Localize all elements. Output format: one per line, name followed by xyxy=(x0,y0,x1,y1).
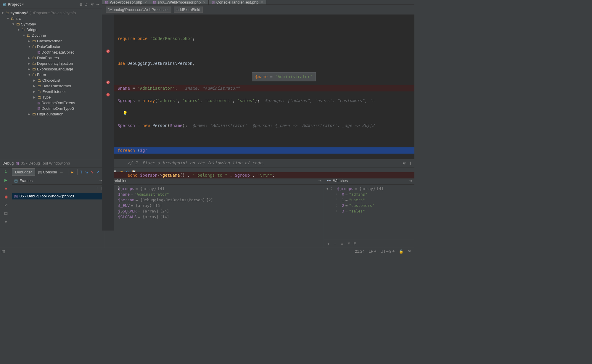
breakpoint-icon[interactable]: ✓ xyxy=(106,49,110,53)
gear-icon[interactable]: ✲ xyxy=(91,2,94,7)
tree-item[interactable]: ▧DoctrineDataCollec xyxy=(0,49,102,55)
close-icon[interactable]: × xyxy=(145,0,147,4)
step-over-icon[interactable]: ⤵ xyxy=(79,169,84,175)
tree-item[interactable]: ▶🗀DataFixtures xyxy=(0,55,102,61)
close-icon[interactable]: × xyxy=(203,0,205,4)
tree-item[interactable]: ▼🗀Bridge xyxy=(0,27,102,33)
down-icon[interactable]: ▼ xyxy=(347,241,351,247)
chevron-right-icon[interactable]: ▶ xyxy=(28,67,32,71)
inline-value-tooltip: $name = "Administrator" xyxy=(252,72,316,81)
tree-item[interactable]: ▶🗀ExpressionLanguage xyxy=(0,66,102,72)
breakpoint-icon[interactable]: ✓ xyxy=(106,80,110,84)
show-exec-point-icon[interactable]: ▸| xyxy=(70,169,75,175)
mute-bp-icon[interactable]: ⊘ xyxy=(3,202,9,208)
folder-icon: 🗀 xyxy=(32,44,36,49)
chevron-down-icon[interactable]: ▼ xyxy=(22,34,27,37)
tab-label: WebProcessor.php xyxy=(110,0,142,4)
collapse-icon[interactable]: ⇵ xyxy=(85,2,88,7)
tree-item[interactable]: ▧DoctrineOrmExtens xyxy=(0,100,102,106)
code-content[interactable]: require_once 'Code/Person.php'; use Debu… xyxy=(114,15,414,231)
line-ending[interactable]: LF ÷ xyxy=(369,249,376,254)
folder-icon: 🗀 xyxy=(37,95,41,99)
chevron-right-icon[interactable]: ▶ xyxy=(28,39,32,43)
chevron-down-icon[interactable]: ▼ xyxy=(1,11,5,15)
add-watch-icon[interactable]: ＋ xyxy=(326,241,330,247)
lock-icon[interactable]: 🔒 xyxy=(399,249,403,254)
close-icon[interactable]: × xyxy=(261,0,263,4)
chevron-down-icon[interactable]: ▼ xyxy=(17,28,21,31)
folder-icon: 🗀 xyxy=(32,56,36,60)
tree-item[interactable]: ▼🗀DataCollector xyxy=(0,44,102,49)
folder-icon: 🗀 xyxy=(32,73,36,77)
project-tree[interactable]: ▼ 🗀 symfony2 (~/PhpstormProjects/symfo ▼… xyxy=(0,9,102,159)
chevron-right-icon[interactable]: ▶ xyxy=(33,84,37,88)
editor-tab[interactable]: ▧ConsoleHandlerTest.php× xyxy=(209,0,266,4)
tab-label: ConsoleHandlerTest.php xyxy=(216,0,258,4)
chevron-down-icon[interactable]: ▼ xyxy=(28,45,32,48)
tree-item[interactable]: ▶🗀HttpFoundation xyxy=(0,111,102,117)
tree-item[interactable]: ▶🗀EventListener xyxy=(0,89,102,94)
copy-icon[interactable]: ⎘ xyxy=(354,241,356,247)
tree-item[interactable]: ▶🗀DataTransformer xyxy=(0,83,102,89)
php-file-icon: ▧ xyxy=(212,0,215,4)
step-out-icon[interactable]: ↗ xyxy=(95,169,101,175)
chevron-down-icon[interactable]: ▼ xyxy=(12,22,16,26)
console-tab[interactable]: ▤Console→ xyxy=(35,169,66,175)
tree-item[interactable]: ▶🗀CacheWarmer xyxy=(0,38,102,44)
force-step-into-icon[interactable]: ↘ xyxy=(89,169,95,175)
layout-icon[interactable]: ▤ xyxy=(3,210,9,216)
tree-item-label: src xyxy=(16,16,21,21)
chevron-down-icon[interactable]: ▾ xyxy=(22,2,24,7)
tree-item-label: Type xyxy=(42,95,51,99)
tree-item[interactable]: ▼🗀src xyxy=(0,16,102,21)
php-file-icon: ▧ xyxy=(37,50,40,54)
breadcrumb-namespace[interactable]: \Monolog\Processor\WebProcessor xyxy=(106,7,171,13)
chevron-right-icon[interactable]: ▶ xyxy=(28,56,32,59)
code-editor[interactable]: ✓ ✓ ✓ require_once 'Code/Person.php'; us… xyxy=(102,15,414,231)
chevron-right-icon[interactable]: ▶ xyxy=(28,112,32,116)
tree-item-label: EventListener xyxy=(42,89,66,94)
stack-frame[interactable]: ▧ 05 - Debug Tool Window.php:23 xyxy=(12,193,105,199)
encoding[interactable]: UTF-8 ÷ xyxy=(380,249,395,254)
breadcrumb-method[interactable]: addExtraField xyxy=(174,7,203,13)
tree-item[interactable]: ▼🗀Form xyxy=(0,72,102,78)
rerun-icon[interactable]: ↻ xyxy=(3,169,9,175)
tree-item-label: Bridge xyxy=(26,28,38,32)
editor-tab[interactable]: ▧WebProcessor.php× xyxy=(102,0,150,4)
remove-watch-icon[interactable]: － xyxy=(333,241,337,247)
prev-frame-icon[interactable]: ↑ xyxy=(96,186,98,190)
tree-item[interactable]: ▼🗀Symfony xyxy=(0,21,102,27)
chevron-right-icon[interactable]: ▶ xyxy=(28,62,32,65)
chevron-right-icon[interactable]: ▶ xyxy=(33,96,37,99)
hide-icon[interactable]: ⇥ xyxy=(96,2,99,7)
folder-icon: 🗀 xyxy=(32,67,36,71)
step-into-icon[interactable]: ↘ xyxy=(84,169,89,175)
chevron-right-icon[interactable]: ▶ xyxy=(33,79,37,82)
tree-root[interactable]: ▼ 🗀 symfony2 (~/PhpstormProjects/symfo xyxy=(0,10,102,16)
chevron-right-icon[interactable]: ▶ xyxy=(33,90,37,93)
php-file-icon: ▧ xyxy=(153,0,156,4)
folder-icon: 🗀 xyxy=(37,84,41,88)
tree-item-label: Symfony xyxy=(21,22,36,26)
editor-tab[interactable]: ▧src/.../WebProcessor.php× xyxy=(150,0,209,4)
debugger-tab[interactable]: Debugger xyxy=(12,168,35,176)
tree-item[interactable]: ▶🗀Type xyxy=(0,94,102,100)
scroll-target-icon[interactable]: ⊕ xyxy=(79,2,83,7)
more-icon[interactable]: » xyxy=(3,218,9,224)
chevron-down-icon[interactable]: ▼ xyxy=(7,17,11,20)
resume-icon[interactable]: ▶ xyxy=(3,177,9,183)
breakpoints-icon[interactable]: ◉ xyxy=(3,194,9,199)
tree-item[interactable]: ▧DoctrineOrmTypeG xyxy=(0,106,102,111)
tree-root-label: symfony2 xyxy=(10,11,28,15)
chevron-down-icon[interactable]: ▼ xyxy=(28,73,32,76)
tree-item[interactable]: ▼🗀Doctrine xyxy=(0,33,102,38)
breakpoint-icon[interactable]: ✓ xyxy=(106,93,110,96)
tree-item-label: Doctrine xyxy=(32,33,46,38)
tool-window-bar[interactable]: ◫ xyxy=(0,248,7,255)
inspect-icon[interactable]: 👁 xyxy=(408,249,411,254)
up-icon[interactable]: ▲ xyxy=(340,241,344,247)
tree-item[interactable]: ▶🗀ChoiceList xyxy=(0,78,102,83)
tree-item[interactable]: ▶🗀DependencyInjection xyxy=(0,61,102,66)
editor-gutter[interactable]: ✓ ✓ ✓ xyxy=(102,15,114,231)
stop-icon[interactable]: ■ xyxy=(3,185,9,191)
